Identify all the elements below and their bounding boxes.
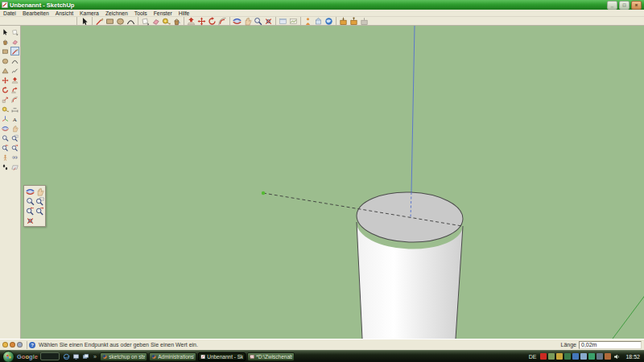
- sidebar-rectangle-button[interactable]: [1, 47, 10, 56]
- sidebar-walk-button[interactable]: [1, 162, 10, 171]
- google-search-input[interactable]: [40, 352, 60, 360]
- sidebar-move-button[interactable]: [1, 76, 10, 84]
- sidebar-zoom-button[interactable]: [1, 134, 10, 142]
- menu-ansicht[interactable]: Ansicht: [52, 10, 76, 16]
- geolocation-status-icon[interactable]: [2, 342, 8, 348]
- task-button[interactable]: sketchup on sbs Sc...: [100, 352, 147, 361]
- toolbar-tape-measure-button[interactable]: [161, 17, 171, 26]
- toolbar-arc-button[interactable]: [126, 17, 136, 26]
- toolbar-line-button[interactable]: [94, 17, 105, 26]
- camera-zoom-previous-button[interactable]: [25, 206, 35, 216]
- tray-app-9-tray-icon[interactable]: [605, 353, 611, 360]
- sidebar-orbit-button[interactable]: [1, 124, 10, 133]
- toolbar-make-component-button[interactable]: [140, 17, 151, 26]
- toolbar-zoom-extents-button[interactable]: [263, 17, 274, 26]
- sidebar-rotate-button[interactable]: [1, 85, 10, 94]
- help-icon[interactable]: ?: [29, 342, 35, 348]
- close-button[interactable]: ×: [631, 1, 642, 10]
- toolbar-zoom-button[interactable]: [253, 17, 263, 26]
- toolbar-photo-textures-button[interactable]: [303, 17, 313, 26]
- toolbar-orbit-button[interactable]: [232, 17, 242, 26]
- task-button[interactable]: Administrationsbere...: [149, 352, 196, 361]
- sidebar-zoom-previous-button[interactable]: [1, 143, 10, 152]
- sidebar-axes-button[interactable]: [1, 114, 10, 123]
- sidebar-zoom-next-button[interactable]: [10, 143, 19, 152]
- camera-zoom-window-button[interactable]: [35, 196, 44, 206]
- toolbar-share-models-button[interactable]: [349, 17, 359, 26]
- measurement-input[interactable]: 0,02m: [579, 341, 642, 349]
- toolbar-get-current-view-button[interactable]: [278, 17, 288, 26]
- menu-hilfe[interactable]: Hilfe: [175, 10, 193, 16]
- sidebar-follow-me-button[interactable]: [10, 85, 19, 94]
- toolbar-paint-bucket-button[interactable]: [171, 17, 182, 26]
- toolbar-circle-button[interactable]: [115, 17, 126, 26]
- tray-app-3-tray-icon[interactable]: [556, 353, 563, 360]
- sidebar-section-plane-button[interactable]: [10, 162, 19, 171]
- sidebar-select-button[interactable]: [1, 27, 10, 36]
- sidebar-line-button[interactable]: [10, 47, 19, 56]
- menu-datei[interactable]: Datei: [0, 10, 19, 16]
- menu-tools[interactable]: Tools: [131, 10, 151, 16]
- task-button[interactable]: Unbenannt - Sketch...: [198, 352, 246, 361]
- toolbar-rectangle-button[interactable]: [105, 17, 115, 26]
- menu-zeichnen[interactable]: Zeichnen: [102, 10, 131, 16]
- tray-app-4-tray-icon[interactable]: [564, 353, 571, 360]
- volume-icon[interactable]: [613, 352, 621, 361]
- sidebar-pan-button[interactable]: [10, 124, 19, 133]
- quicklaunch-internet-explorer-button[interactable]: [62, 352, 71, 361]
- drawing-viewport[interactable]: [21, 26, 644, 339]
- menu-fenster[interactable]: Fenster: [151, 10, 175, 16]
- sidebar-polygon-button[interactable]: [1, 66, 10, 75]
- sidebar-offset-button[interactable]: [10, 95, 19, 104]
- quicklaunch-show-desktop-button[interactable]: [72, 352, 80, 361]
- toolbar-rotate-button[interactable]: [207, 17, 217, 26]
- minimize-button[interactable]: _: [607, 1, 617, 10]
- toolbar-select-button[interactable]: [80, 17, 90, 26]
- model-credit-status-icon[interactable]: [10, 342, 15, 348]
- toolbar-eraser-button[interactable]: [151, 17, 161, 26]
- start-button[interactable]: [2, 351, 14, 362]
- menu-bearbeiten[interactable]: Bearbeiten: [19, 10, 52, 16]
- sidebar-arc-button[interactable]: [10, 56, 19, 65]
- toolbar-offset-button[interactable]: [217, 17, 228, 26]
- tray-app-8-tray-icon[interactable]: [597, 353, 603, 360]
- camera-zoom-extents-button[interactable]: [25, 216, 35, 225]
- sidebar-freehand-button[interactable]: [10, 66, 19, 75]
- sidebar-circle-button[interactable]: [1, 56, 10, 65]
- camera-pan-button[interactable]: [35, 187, 44, 196]
- toolbar-toggle-terrain-button[interactable]: [288, 17, 299, 26]
- sidebar-make-component-button[interactable]: [10, 27, 19, 36]
- menu-kamera[interactable]: Kamera: [76, 10, 102, 16]
- camera-zoom-next-button[interactable]: [35, 206, 44, 216]
- sidebar-scale-button[interactable]: [1, 95, 10, 104]
- quicklaunch-window-switcher-button[interactable]: [81, 352, 90, 361]
- task-button[interactable]: *D:\Zwischenablage...: [247, 352, 295, 361]
- camera-orbit-button[interactable]: [25, 187, 35, 196]
- sidebar-dimension-button[interactable]: [10, 105, 19, 113]
- sidebar-position-camera-button[interactable]: [1, 153, 10, 162]
- toolbar-preview-model-button[interactable]: [313, 17, 324, 26]
- maximize-button[interactable]: □: [619, 1, 630, 10]
- toolbar-move-button[interactable]: [196, 17, 207, 26]
- sidebar-eraser-button[interactable]: [10, 37, 19, 46]
- quick-launch-overflow-chevron[interactable]: »: [93, 354, 97, 360]
- sidebar-look-around-button[interactable]: [10, 153, 19, 162]
- toolbar-google-earth-button[interactable]: [324, 17, 334, 26]
- toolbar-share-disabled-button[interactable]: [359, 17, 369, 26]
- tray-app-5-tray-icon[interactable]: [572, 353, 579, 360]
- toolbar-pan-button[interactable]: [242, 17, 253, 26]
- sign-in-status-icon[interactable]: [17, 342, 23, 348]
- sidebar-text-button[interactable]: A: [10, 114, 19, 123]
- tray-app-7-tray-icon[interactable]: [588, 353, 595, 360]
- sidebar-tape-measure-button[interactable]: [1, 105, 10, 113]
- tray-app-2-tray-icon[interactable]: [548, 353, 555, 360]
- sidebar-paint-bucket-button[interactable]: [1, 37, 10, 46]
- sidebar-zoom-window-button[interactable]: [10, 134, 19, 142]
- antivirus-tray-icon[interactable]: [540, 353, 547, 360]
- toolbar-push-pull-button[interactable]: [186, 17, 196, 26]
- language-indicator[interactable]: DE: [529, 354, 537, 360]
- camera-zoom-button[interactable]: [25, 196, 35, 206]
- sidebar-push-pull-button[interactable]: [10, 76, 19, 84]
- toolbar-get-models-button[interactable]: [338, 17, 349, 26]
- tray-app-6-tray-icon[interactable]: [580, 353, 587, 360]
